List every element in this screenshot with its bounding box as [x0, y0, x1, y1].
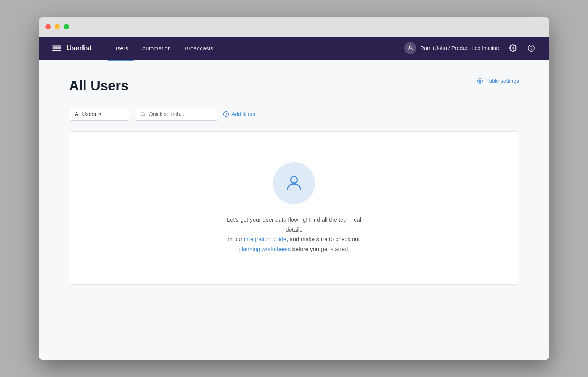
svg-rect-0	[52, 45, 61, 47]
add-filters-label: Add filters	[231, 111, 255, 117]
traffic-light-fullscreen[interactable]	[64, 24, 69, 29]
nav-right: Ramli John / Product-Led Institute	[404, 42, 537, 54]
chevron-down-icon: ▾	[99, 111, 101, 117]
traffic-light-minimize[interactable]	[55, 24, 60, 29]
nav-user: Ramli John / Product-Led Institute	[404, 42, 501, 54]
search-icon	[140, 111, 146, 117]
svg-point-7	[479, 80, 481, 82]
navbar: Userlist Users Automation Broadcasts Ram…	[39, 37, 549, 60]
nav-link-broadcasts[interactable]: Broadcasts	[178, 42, 219, 55]
page-content: All Users Table settings All Users ▾	[39, 60, 549, 360]
svg-point-4	[512, 47, 514, 49]
empty-state-card: Let's get your user data flowing! Find a…	[69, 131, 519, 285]
empty-text-line3: , and make sure to check out	[286, 236, 360, 242]
help-icon-btn[interactable]	[525, 42, 537, 54]
empty-state-icon-circle	[273, 162, 315, 204]
add-filters-button[interactable]: Add filters	[223, 111, 255, 117]
browser-window: Userlist Users Automation Broadcasts Ram…	[39, 17, 549, 360]
settings-icon	[509, 44, 517, 52]
brand-name: Userlist	[67, 44, 92, 52]
empty-text-line1: Let's get your user data flowing! Find a…	[227, 216, 361, 233]
avatar	[404, 42, 416, 54]
nav-link-automation[interactable]: Automation	[136, 42, 177, 55]
svg-line-9	[144, 115, 145, 116]
table-settings-button[interactable]: Table settings	[477, 78, 519, 84]
add-filters-icon	[223, 111, 229, 117]
table-settings-label: Table settings	[486, 78, 519, 84]
search-input-container	[135, 108, 218, 121]
nav-link-users[interactable]: Users	[107, 42, 134, 55]
page-header: All Users Table settings	[69, 78, 519, 94]
empty-text-line2: in our	[228, 236, 244, 242]
empty-state-text: Let's get your user data flowing! Find a…	[222, 215, 366, 254]
filter-dropdown-value: All Users	[75, 111, 96, 117]
users-filter-dropdown[interactable]: All Users ▾	[69, 108, 130, 121]
integration-guide-link[interactable]: integration guide	[244, 236, 286, 242]
svg-point-6	[531, 50, 532, 50]
svg-point-13	[291, 177, 297, 183]
nav-brand[interactable]: Userlist	[51, 42, 92, 54]
table-settings-icon	[477, 78, 483, 84]
empty-text-line4: before you get started.	[291, 246, 349, 252]
help-icon	[527, 44, 535, 52]
page-title: All Users	[69, 78, 129, 94]
traffic-light-close[interactable]	[45, 24, 51, 29]
planning-worksheets-link[interactable]: planning worksheets	[238, 246, 291, 252]
svg-rect-2	[52, 50, 61, 51]
user-name-label: Ramli John / Product-Led Institute	[420, 45, 501, 51]
svg-point-3	[409, 46, 411, 48]
brand-logo-icon	[51, 42, 63, 54]
svg-rect-1	[52, 47, 61, 49]
filters-row: All Users ▾ Add filters	[69, 108, 519, 121]
nav-links: Users Automation Broadcasts	[107, 42, 404, 55]
settings-icon-btn[interactable]	[507, 42, 519, 54]
svg-point-5	[528, 45, 535, 52]
user-empty-icon	[284, 173, 304, 193]
search-input[interactable]	[149, 111, 210, 117]
svg-point-8	[141, 112, 145, 116]
title-bar	[39, 17, 549, 37]
